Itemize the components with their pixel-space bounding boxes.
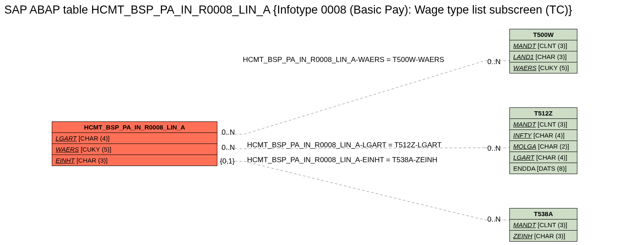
cardinality-right-r3: 0..N [487, 215, 501, 224]
entity-t500w-field: WAERS [CUKY (5)] [510, 62, 577, 73]
cardinality-left-r1: 0..N [222, 128, 235, 137]
entity-main-field: LGART [CHAR (4)] [52, 133, 217, 144]
cardinality-right-r2: 0..N [487, 144, 501, 153]
entity-t500w-field: LAND1 [CHAR (3)] [510, 51, 577, 62]
relation-label-r2: HCMT_BSP_PA_IN_R0008_LIN_A-LGART = T512Z… [247, 141, 442, 149]
entity-t512z: T512Z MANDT [CLNT (3)] INFTY [CHAR (4)] … [509, 107, 577, 174]
entity-t512z-field: MANDT [CLNT (3)] [510, 119, 577, 130]
entity-t500w-field: MANDT [CLNT (3)] [510, 40, 577, 51]
entity-t512z-header: T512Z [510, 108, 577, 119]
entity-t538a: T538A MANDT [CLNT (3)] ZEINH [CHAR (3)] [509, 208, 577, 242]
entity-t538a-header: T538A [510, 208, 577, 220]
cardinality-right-r1: 0..N [487, 58, 501, 66]
svg-line-7 [244, 161, 485, 220]
relation-label-r1: HCMT_BSP_PA_IN_R0008_LIN_A-WAERS = T500W… [243, 56, 444, 64]
entity-t538a-field: ZEINH [CHAR (3)] [510, 231, 577, 241]
entity-t500w-header: T500W [510, 29, 577, 40]
entity-main: HCMT_BSP_PA_IN_R0008_LIN_A LGART [CHAR (… [52, 121, 217, 166]
entity-t512z-field: LGART [CHAR (4)] [510, 152, 577, 163]
entity-t512z-field: MOLGA [CHAR (2)] [510, 141, 577, 152]
entity-t538a-field: MANDT [CLNT (3)] [510, 220, 577, 231]
cardinality-left-r3: {0,1} [220, 157, 235, 166]
svg-line-1 [244, 61, 485, 134]
entity-t500w: T500W MANDT [CLNT (3)] LAND1 [CHAR (3)] … [509, 29, 577, 73]
entity-t512z-field: INFTY [CHAR (4)] [510, 130, 577, 141]
cardinality-left-r2: 0..N [222, 144, 235, 152]
entity-main-field: EINHT [CHAR (3)] [52, 155, 217, 166]
diagram-title: SAP ABAP table HCMT_BSP_PA_IN_R0008_LIN_… [4, 3, 572, 17]
entity-t512z-field: ENDDA [DATS (8)] [510, 163, 577, 174]
entity-main-header: HCMT_BSP_PA_IN_R0008_LIN_A [52, 122, 217, 133]
entity-main-field: WAERS [CUKY (5)] [52, 144, 217, 155]
relation-label-r3: HCMT_BSP_PA_IN_R0008_LIN_A-EINHT = T538A… [247, 156, 437, 164]
